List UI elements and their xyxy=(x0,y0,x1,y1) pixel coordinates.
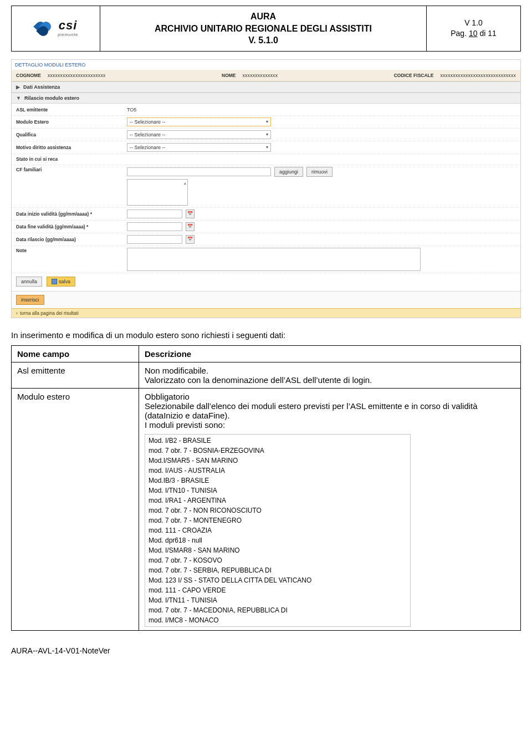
asl-emittente-value: TO5 xyxy=(127,107,136,113)
note-label: Note xyxy=(16,248,127,253)
row-asl-name: Asl emittente xyxy=(12,362,139,388)
doc-title: AURA ARCHIVIO UNITARIO REGIONALE DEGLI A… xyxy=(100,6,427,52)
csi-logo: csi piemonte xyxy=(33,19,78,37)
note-textarea[interactable] xyxy=(127,248,421,271)
module-option: mod. I/MC8 - MONACO xyxy=(149,615,407,625)
module-option: mod. 7 obr. 7 - KOSOVO xyxy=(149,555,407,565)
qualifica-select[interactable]: -- Selezionare -- ▾ xyxy=(127,130,271,139)
cognome-label: COGNOME xyxy=(16,73,41,78)
chevron-left-icon: ‹ xyxy=(16,310,18,316)
module-option: mod. I/AUS - AUSTRALIA xyxy=(149,466,407,476)
scroll-up-icon: ▴ xyxy=(184,181,186,186)
stato-label: Stato in cui si reca xyxy=(16,156,127,162)
cf-familiari-input[interactable] xyxy=(127,167,271,176)
inserisci-button[interactable]: inserisci xyxy=(16,295,44,305)
chevron-down-icon: ▾ xyxy=(266,119,268,124)
summary-bar: COGNOME xxxxxxxxxxxxxxxxxxxxxxx NOME xxx… xyxy=(12,70,520,81)
module-option: mod. 111 - CAPO VERDE xyxy=(149,585,407,595)
module-option: mod. I/RA1 - ARGENTINA xyxy=(149,496,407,505)
version-text: V 1.0 xyxy=(433,18,514,29)
module-option: Mod. dpr618 - null xyxy=(149,535,407,545)
footer-id: AURA--AVL-14-V01-NoteVer xyxy=(11,646,521,655)
logo-subtext: piemonte xyxy=(58,33,78,37)
calendar-icon[interactable]: 📅 xyxy=(186,210,195,218)
module-option: Mod. I/SMAR8 - SAN MARINO xyxy=(149,545,407,555)
data-inizio-input[interactable] xyxy=(127,210,182,218)
triangle-down-icon: ▼ xyxy=(16,95,21,101)
module-option: Mod.I/SMAR5 - SAN MARINO xyxy=(149,456,407,466)
page-number: 10 xyxy=(469,29,478,38)
document-header: csi piemonte AURA ARCHIVIO UNITARIO REGI… xyxy=(11,6,521,52)
row-modulo-name: Modulo estero xyxy=(12,388,139,630)
motivo-label: Motivo diritto assistenza xyxy=(16,145,127,150)
logo-cell: csi piemonte xyxy=(12,6,100,52)
fields-description-table: Nome campo Descrizione Asl emittente Non… xyxy=(11,345,521,631)
chevron-down-icon: ▾ xyxy=(266,132,268,137)
module-option: Mod. I/TN10 - TUNISIA xyxy=(149,486,407,496)
row-asl-desc: Non modificabile. Valorizzato con la den… xyxy=(139,362,521,388)
cognome-value: xxxxxxxxxxxxxxxxxxxxxxx xyxy=(48,73,106,78)
module-option: mod. 7 obr. 7 - SERBIA, REPUBBLICA DI xyxy=(149,565,407,575)
accordion-dati-assistenza[interactable]: ▶ Dati Assistenza xyxy=(12,81,520,93)
data-rilascio-input[interactable] xyxy=(127,235,182,244)
doc-intro-text: In inserimento e modifica di un modulo e… xyxy=(11,330,521,340)
form-area: ASL emittente TO5 Modulo Estero -- Selez… xyxy=(12,104,520,291)
back-to-results-link[interactable]: ‹ torna alla pagina dei risultati xyxy=(12,308,520,318)
module-option: mod. 7 obr. 7 - MACEDONIA, REPUBBLICA DI xyxy=(149,605,407,615)
back-label: torna alla pagina dei risultati xyxy=(20,310,79,316)
data-fine-label: Data fine validità (gg/mm/aaaa) * xyxy=(16,224,127,229)
nome-label: NOME xyxy=(222,73,236,78)
logo-text: csi xyxy=(58,19,78,32)
disk-icon xyxy=(52,279,57,284)
app-section-title: DETTAGLIO MODULI ESTERO xyxy=(12,60,520,70)
title-line3: V. 5.1.0 xyxy=(107,34,420,47)
logo-mark-icon xyxy=(33,21,55,36)
rimuovi-button[interactable]: rimuovi xyxy=(306,167,332,177)
accordion-rilascio-modulo[interactable]: ▼ Rilascio modulo estero xyxy=(12,93,520,104)
annulla-button[interactable]: annulla xyxy=(16,277,42,287)
salva-button[interactable]: salva xyxy=(47,277,75,287)
page-of: di 11 xyxy=(478,29,497,38)
data-inizio-label: Data inizio validità (gg/mm/aaaa) * xyxy=(16,211,127,217)
motivo-select[interactable]: -- Selezionare -- ▾ xyxy=(127,143,271,152)
module-option: mod. 7 obr. 7 - BOSNIA-ERZEGOVINA xyxy=(149,446,407,456)
asl-emittente-label: ASL emittente xyxy=(16,107,127,113)
accordion-label: Rilascio modulo estero xyxy=(24,95,79,101)
cf-familiari-label: CF familiari xyxy=(16,167,127,172)
table-header-desc: Descrizione xyxy=(139,345,521,362)
title-line1: AURA xyxy=(107,11,420,23)
doc-version-page: V 1.0 Pag. 10 di 11 xyxy=(427,6,521,52)
cf-value: xxxxxxxxxxxxxxxxxxxxxxxxxxxxxx xyxy=(440,73,516,78)
data-fine-input[interactable] xyxy=(127,222,182,231)
modulo-estero-label: Modulo Estero xyxy=(16,119,127,125)
qualifica-label: Qualifica xyxy=(16,132,127,137)
modules-listbox: Mod. I/B2 - BRASILEmod. 7 obr. 7 - BOSNI… xyxy=(145,434,411,627)
calendar-icon[interactable]: 📅 xyxy=(186,235,195,244)
cf-familiari-listbox[interactable]: ▴ xyxy=(127,179,188,206)
title-line2: ARCHIVIO UNITARIO REGIONALE DEGLI ASSIST… xyxy=(107,23,420,35)
modulo-estero-select[interactable]: -- Selezionare -- ▾ xyxy=(127,118,271,126)
module-option: Mod.IB/3 - BRASILE xyxy=(149,476,407,486)
select-placeholder: -- Selezionare -- xyxy=(130,119,166,125)
aggiungi-button[interactable]: aggiungi xyxy=(274,167,303,177)
module-option: Mod. I/B2 - BRASILE xyxy=(149,436,407,446)
module-option: mod. 7 obr. 7 - NON RICONOSCIUTO xyxy=(149,505,407,515)
page-prefix: Pag. xyxy=(451,29,469,38)
triangle-right-icon: ▶ xyxy=(16,84,20,90)
table-header-name: Nome campo xyxy=(12,345,139,362)
select-placeholder: -- Selezionare -- xyxy=(130,145,166,150)
cf-label: CODICE FISCALE xyxy=(394,73,434,78)
module-option: Mod. 123 I/ SS - STATO DELLA CITTA DEL V… xyxy=(149,575,407,585)
chevron-down-icon: ▾ xyxy=(266,145,268,150)
calendar-icon[interactable]: 📅 xyxy=(186,222,195,231)
data-rilascio-label: Data rilascio (gg/mm/aaaa) xyxy=(16,237,127,242)
module-option: Mod. I/TN11 - TUNISIA xyxy=(149,595,407,605)
app-screenshot: DETTAGLIO MODULI ESTERO COGNOME xxxxxxxx… xyxy=(11,59,521,318)
accordion-label: Dati Assistenza xyxy=(23,84,60,90)
select-placeholder: -- Selezionare -- xyxy=(130,132,166,137)
row-modulo-desc: Obbligatorio Selezionabile dall’elenco d… xyxy=(139,388,521,630)
module-option: mod. 7 obr. 7 - MONTENEGRO xyxy=(149,515,407,525)
nome-value: xxxxxxxxxxxxxx xyxy=(243,73,278,78)
module-option: mod. 111 - CROAZIA xyxy=(149,525,407,535)
